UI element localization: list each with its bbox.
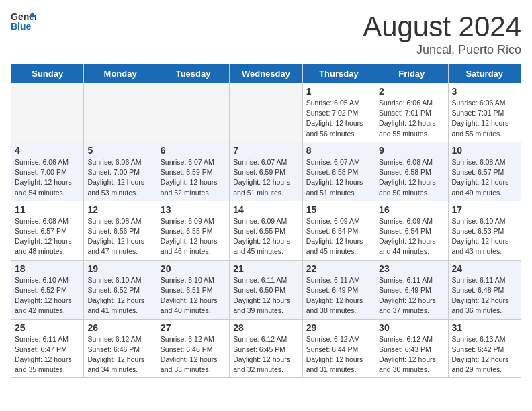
day-number: 24 [452, 263, 517, 274]
day-number: 22 [306, 263, 371, 274]
day-number: 15 [306, 204, 371, 215]
day-number: 21 [233, 263, 298, 274]
day-number: 3 [452, 86, 517, 97]
day-info: Sunrise: 6:08 AMSunset: 6:56 PMDaylight:… [87, 216, 152, 257]
month-title: August 2024 [363, 11, 521, 43]
day-number: 19 [87, 263, 152, 274]
day-info: Sunrise: 6:12 AMSunset: 6:43 PMDaylight:… [379, 334, 444, 375]
day-number: 17 [452, 204, 517, 215]
calendar-cell: 7Sunrise: 6:07 AMSunset: 6:59 PMDaylight… [230, 142, 302, 201]
day-info: Sunrise: 6:10 AMSunset: 6:52 PMDaylight:… [87, 275, 152, 316]
day-info: Sunrise: 6:11 AMSunset: 6:49 PMDaylight:… [379, 275, 444, 316]
day-info: Sunrise: 6:06 AMSunset: 7:00 PMDaylight:… [15, 157, 80, 198]
day-number: 27 [161, 322, 226, 333]
day-info: Sunrise: 6:07 AMSunset: 6:59 PMDaylight:… [233, 157, 298, 198]
day-info: Sunrise: 6:09 AMSunset: 6:54 PMDaylight:… [379, 216, 444, 257]
calendar-week-1: 1Sunrise: 6:05 AMSunset: 7:02 PMDaylight… [11, 83, 521, 142]
svg-text:Blue: Blue [11, 21, 32, 32]
calendar-cell: 15Sunrise: 6:09 AMSunset: 6:54 PMDayligh… [302, 201, 375, 260]
weekday-header-sunday: Sunday [11, 64, 84, 83]
day-info: Sunrise: 6:05 AMSunset: 7:02 PMDaylight:… [306, 98, 371, 139]
day-number: 2 [379, 86, 444, 97]
weekday-header-saturday: Saturday [448, 64, 521, 83]
calendar-cell: 1Sunrise: 6:05 AMSunset: 7:02 PMDaylight… [302, 83, 375, 142]
weekday-header-thursday: Thursday [302, 64, 375, 83]
day-info: Sunrise: 6:06 AMSunset: 7:00 PMDaylight:… [87, 157, 152, 198]
day-info: Sunrise: 6:09 AMSunset: 6:55 PMDaylight:… [233, 216, 298, 257]
calendar-cell: 3Sunrise: 6:06 AMSunset: 7:01 PMDaylight… [448, 83, 521, 142]
calendar-cell: 5Sunrise: 6:06 AMSunset: 7:00 PMDaylight… [84, 142, 157, 201]
day-number: 30 [379, 322, 444, 333]
location-title: Juncal, Puerto Rico [363, 43, 521, 57]
day-info: Sunrise: 6:13 AMSunset: 6:42 PMDaylight:… [452, 334, 517, 375]
calendar-cell [157, 83, 229, 142]
calendar-cell: 24Sunrise: 6:11 AMSunset: 6:48 PMDayligh… [448, 260, 521, 319]
day-number: 20 [161, 263, 226, 274]
calendar-cell: 20Sunrise: 6:10 AMSunset: 6:51 PMDayligh… [157, 260, 229, 319]
day-number: 26 [87, 322, 152, 333]
day-number: 16 [379, 204, 444, 215]
day-info: Sunrise: 6:08 AMSunset: 6:58 PMDaylight:… [379, 157, 444, 198]
day-number: 13 [161, 204, 226, 215]
day-info: Sunrise: 6:08 AMSunset: 6:57 PMDaylight:… [15, 216, 80, 257]
calendar-cell [11, 83, 84, 142]
calendar-cell: 8Sunrise: 6:07 AMSunset: 6:58 PMDaylight… [302, 142, 375, 201]
calendar-cell: 25Sunrise: 6:11 AMSunset: 6:47 PMDayligh… [11, 319, 84, 378]
day-number: 10 [452, 145, 517, 156]
calendar-cell: 14Sunrise: 6:09 AMSunset: 6:55 PMDayligh… [230, 201, 302, 260]
day-number: 28 [233, 322, 298, 333]
calendar-table: SundayMondayTuesdayWednesdayThursdayFrid… [11, 64, 521, 378]
day-info: Sunrise: 6:11 AMSunset: 6:50 PMDaylight:… [233, 275, 298, 316]
calendar-cell: 23Sunrise: 6:11 AMSunset: 6:49 PMDayligh… [375, 260, 448, 319]
calendar-week-3: 11Sunrise: 6:08 AMSunset: 6:57 PMDayligh… [11, 201, 521, 260]
day-info: Sunrise: 6:08 AMSunset: 6:57 PMDaylight:… [452, 157, 517, 198]
calendar-cell: 27Sunrise: 6:12 AMSunset: 6:46 PMDayligh… [157, 319, 229, 378]
logo-icon: General Blue [11, 11, 36, 32]
day-info: Sunrise: 6:06 AMSunset: 7:01 PMDaylight:… [379, 98, 444, 139]
day-info: Sunrise: 6:06 AMSunset: 7:01 PMDaylight:… [452, 98, 517, 139]
calendar-cell: 18Sunrise: 6:10 AMSunset: 6:52 PMDayligh… [11, 260, 84, 319]
day-info: Sunrise: 6:12 AMSunset: 6:46 PMDaylight:… [161, 334, 226, 375]
calendar-cell: 13Sunrise: 6:09 AMSunset: 6:55 PMDayligh… [157, 201, 229, 260]
day-info: Sunrise: 6:07 AMSunset: 6:59 PMDaylight:… [161, 157, 226, 198]
day-number: 31 [452, 322, 517, 333]
calendar-cell: 16Sunrise: 6:09 AMSunset: 6:54 PMDayligh… [375, 201, 448, 260]
day-info: Sunrise: 6:11 AMSunset: 6:49 PMDaylight:… [306, 275, 371, 316]
page-header: General Blue August 2024 Juncal, Puerto … [11, 11, 521, 57]
day-info: Sunrise: 6:11 AMSunset: 6:47 PMDaylight:… [15, 334, 80, 375]
day-number: 25 [15, 322, 80, 333]
calendar-cell: 31Sunrise: 6:13 AMSunset: 6:42 PMDayligh… [448, 319, 521, 378]
day-number: 4 [15, 145, 80, 156]
day-info: Sunrise: 6:12 AMSunset: 6:46 PMDaylight:… [87, 334, 152, 375]
calendar-cell: 9Sunrise: 6:08 AMSunset: 6:58 PMDaylight… [375, 142, 448, 201]
calendar-header-row: SundayMondayTuesdayWednesdayThursdayFrid… [11, 64, 521, 83]
day-info: Sunrise: 6:09 AMSunset: 6:54 PMDaylight:… [306, 216, 371, 257]
calendar-cell: 10Sunrise: 6:08 AMSunset: 6:57 PMDayligh… [448, 142, 521, 201]
day-number: 6 [161, 145, 226, 156]
day-info: Sunrise: 6:07 AMSunset: 6:58 PMDaylight:… [306, 157, 371, 198]
day-number: 5 [87, 145, 152, 156]
calendar-cell [84, 83, 157, 142]
calendar-cell: 28Sunrise: 6:12 AMSunset: 6:45 PMDayligh… [230, 319, 302, 378]
calendar-cell: 2Sunrise: 6:06 AMSunset: 7:01 PMDaylight… [375, 83, 448, 142]
day-info: Sunrise: 6:12 AMSunset: 6:44 PMDaylight:… [306, 334, 371, 375]
day-number: 11 [15, 204, 80, 215]
calendar-cell: 17Sunrise: 6:10 AMSunset: 6:53 PMDayligh… [448, 201, 521, 260]
day-info: Sunrise: 6:11 AMSunset: 6:48 PMDaylight:… [452, 275, 517, 316]
weekday-header-friday: Friday [375, 64, 448, 83]
day-number: 14 [233, 204, 298, 215]
calendar-week-4: 18Sunrise: 6:10 AMSunset: 6:52 PMDayligh… [11, 260, 521, 319]
calendar-cell: 22Sunrise: 6:11 AMSunset: 6:49 PMDayligh… [302, 260, 375, 319]
day-info: Sunrise: 6:10 AMSunset: 6:52 PMDaylight:… [15, 275, 80, 316]
calendar-cell: 19Sunrise: 6:10 AMSunset: 6:52 PMDayligh… [84, 260, 157, 319]
logo: General Blue [11, 11, 36, 32]
calendar-week-5: 25Sunrise: 6:11 AMSunset: 6:47 PMDayligh… [11, 319, 521, 378]
day-info: Sunrise: 6:10 AMSunset: 6:51 PMDaylight:… [161, 275, 226, 316]
day-number: 23 [379, 263, 444, 274]
day-number: 9 [379, 145, 444, 156]
day-number: 29 [306, 322, 371, 333]
day-info: Sunrise: 6:10 AMSunset: 6:53 PMDaylight:… [452, 216, 517, 257]
title-area: August 2024 Juncal, Puerto Rico [363, 11, 521, 57]
day-number: 18 [15, 263, 80, 274]
day-number: 12 [87, 204, 152, 215]
